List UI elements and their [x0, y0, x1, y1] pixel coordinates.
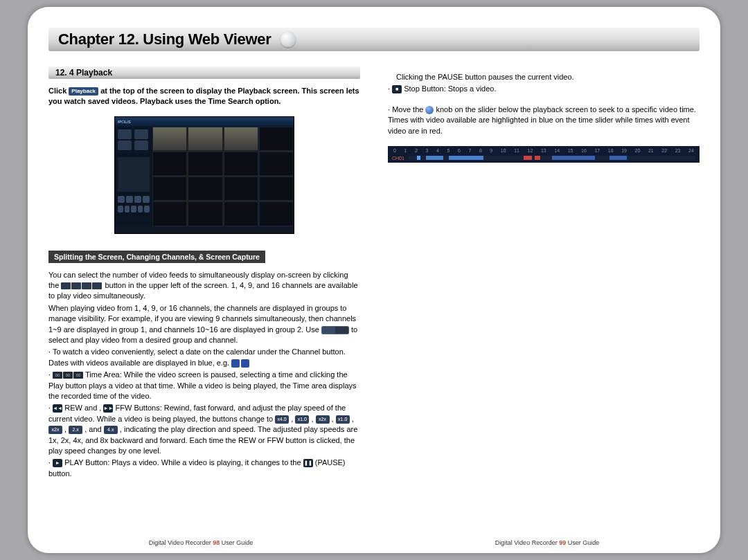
tick: 2 — [415, 147, 418, 154]
tick: 23 — [675, 147, 681, 154]
tick: 19 — [621, 147, 627, 154]
subsection-badge: Splitting the Screen, Changing Channels,… — [48, 251, 265, 263]
right-column: Clicking the PAUSE button pauses the cur… — [388, 66, 700, 480]
tick: 4 — [436, 147, 439, 154]
speed-icon-7: 4.x — [104, 426, 118, 434]
screenshot-timeline — [115, 226, 294, 233]
tick: 12 — [528, 147, 533, 154]
play-icon: ► — [53, 459, 62, 467]
playback-button-icon: Playback — [69, 87, 98, 96]
page-number: 98 — [213, 539, 220, 546]
time-area-icon: 000000 — [53, 372, 83, 379]
speed-icon-2: x1.0 — [295, 415, 309, 424]
group-selector-icon — [321, 326, 349, 334]
footer: Digital Video Recorder 98 User Guide Dig… — [28, 539, 720, 546]
tick: 11 — [514, 147, 519, 154]
tick: 0 — [393, 147, 396, 154]
body-text-left: You can select the number of video feeds… — [48, 270, 360, 479]
and-label: and — [89, 425, 101, 433]
bullet1: To watch a video conveniently, select a … — [48, 347, 346, 366]
screenshot-grid — [152, 127, 294, 226]
speed-icon-6: 2.x — [69, 426, 82, 434]
page: Chapter 12. Using Web Viewer 12. 4 Playb… — [28, 7, 720, 553]
page-number: 99 — [559, 539, 566, 546]
footer-text: Digital Video Recorder — [149, 539, 211, 546]
playback-screenshot: iPOLiS — [114, 116, 294, 234]
footer-text: User Guide — [222, 539, 253, 546]
tick: 18 — [608, 147, 614, 154]
left-column: 12. 4 Playback Click Playback at the top… — [48, 66, 360, 480]
r1: Clicking the PAUSE button pauses the cur… — [396, 72, 700, 82]
speed-icon-1: x4.0 — [275, 415, 289, 424]
b4a: PLAY Button: Plays a video. While a vide… — [64, 458, 301, 467]
tick: 20 — [635, 147, 641, 154]
bullet2: Time Area: While the video screen is pau… — [48, 370, 357, 400]
tick: 13 — [541, 147, 546, 154]
screenshot-sidebar — [115, 127, 152, 226]
timeline-ticks: 0 1 2 3 4 5 6 7 8 9 10 11 12 13 — [392, 147, 695, 154]
footer-text: User Guide — [568, 539, 600, 546]
calendar-dates-icon — [231, 359, 249, 368]
ffw-icon: ►► — [103, 404, 113, 413]
chapter-title: Chapter 12. Using Web Viewer — [58, 30, 271, 48]
rew-icon: ◄◄ — [53, 404, 62, 413]
r2: Stop Button: Stops a video. — [404, 84, 496, 93]
footer-text: Digital Video Recorder — [495, 539, 558, 546]
channel-count-icon — [61, 282, 103, 289]
chapter-header: Chapter 12. Using Web Viewer — [48, 28, 700, 51]
tick: 17 — [594, 147, 600, 154]
tick: 16 — [581, 147, 587, 154]
intro-click: Click — [48, 87, 66, 95]
speed-icon-3: x2x — [316, 415, 330, 424]
tick: 5 — [447, 147, 449, 154]
speed-icon-5: x2x — [48, 426, 62, 434]
timeline-channel-label: CH01 — [392, 155, 404, 162]
tick: 22 — [661, 147, 667, 154]
tick: 15 — [568, 147, 573, 154]
tick: 8 — [479, 147, 482, 154]
timeline-bar: CH01 — [409, 156, 695, 160]
body-text-right: Clicking the PAUSE button pauses the cur… — [388, 72, 700, 163]
tick: 10 — [501, 147, 506, 154]
sphere-decoration — [280, 32, 296, 47]
r3b: knob on the slider below the playback sc… — [388, 105, 696, 135]
content-columns: 12. 4 Playback Click Playback at the top… — [48, 66, 700, 480]
tick: 9 — [490, 147, 492, 154]
pause-icon: ❚❚ — [303, 459, 313, 467]
section-heading: 12. 4 Playback — [48, 66, 360, 79]
stop-icon: ■ — [392, 85, 402, 93]
intro-paragraph: Click Playback at the top of the screen … — [48, 86, 360, 107]
b3a: REW and , — [64, 404, 101, 412]
p2: When playing video from 1, 4, 9, or 16 c… — [48, 304, 356, 334]
tick: 6 — [458, 147, 461, 154]
tick: 3 — [425, 147, 428, 154]
tick: 24 — [688, 147, 694, 154]
tick: 21 — [648, 147, 654, 154]
r3a: Move the — [392, 105, 423, 114]
tick: 7 — [468, 147, 471, 154]
footer-right: Digital Video Recorder 99 User Guide — [495, 539, 599, 546]
screenshot-body — [115, 127, 294, 226]
timeline-strip: 0 1 2 3 4 5 6 7 8 9 10 11 12 13 — [388, 146, 700, 163]
slider-knob-icon — [425, 106, 434, 114]
speed-icon-4: x1.0 — [336, 415, 350, 424]
tick: 1 — [404, 147, 407, 154]
tick: 14 — [554, 147, 560, 154]
screenshot-header: iPOLiS — [115, 117, 294, 127]
footer-left: Digital Video Recorder 98 User Guide — [149, 539, 253, 546]
